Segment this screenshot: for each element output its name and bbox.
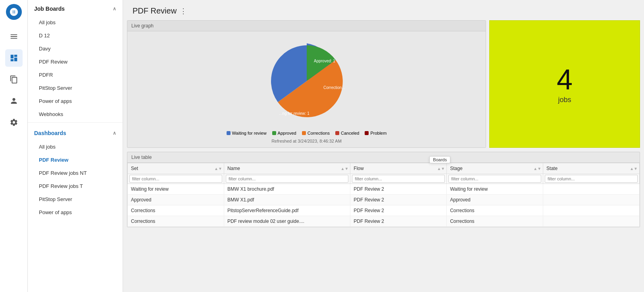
live-table-panel: Live table Set ▲▼ Name ▲▼ Flow	[127, 152, 640, 227]
legend-dot-waiting	[227, 131, 231, 135]
filter-name-cell	[224, 174, 350, 184]
cell-stage: Corrections	[447, 205, 543, 216]
cell-name: BMW X1 brochure.pdf	[224, 184, 350, 195]
legend-dot-corrections	[302, 131, 306, 135]
sidebar-item-d12[interactable]: D 12	[28, 29, 123, 42]
page-title: PDF Review	[133, 6, 177, 15]
cell-stage: Corrections	[447, 216, 543, 227]
cell-stage: Waiting for review	[447, 184, 543, 195]
refresh-timestamp: Refreshed at 3/24/2023, 8:46:32 AM	[271, 139, 342, 143]
col-stage[interactable]: Stage ▲▼	[447, 163, 543, 174]
filter-state-input[interactable]	[545, 175, 638, 183]
cell-stage: Approved	[447, 195, 543, 205]
table-filter-row	[128, 174, 640, 184]
legend-problem: Problem	[365, 131, 386, 135]
sidebar-item-pdf-review-nt[interactable]: PDF Review jobs NT	[28, 166, 123, 180]
legend-dot-canceled	[335, 131, 339, 135]
nav-copy-icon[interactable]	[5, 71, 23, 88]
pie-label-corrections: Correction...	[323, 85, 345, 90]
job-boards-label: Job Boards	[34, 6, 65, 12]
job-boards-section[interactable]: Job Boards ∧	[28, 0, 123, 16]
sort-name-icon: ▲▼	[341, 166, 349, 171]
live-graph-content: Approved: 1 Correction... ...ng for revi…	[127, 31, 486, 147]
sidebar-item-pdf-review-t[interactable]: PDF Review jobs T	[28, 180, 123, 193]
filter-set-cell	[128, 174, 224, 184]
filter-state-cell	[543, 174, 640, 184]
cell-flow: PDF Review 2	[350, 205, 447, 216]
nav-settings-icon[interactable]	[5, 114, 23, 131]
live-table-title: Live table	[127, 152, 640, 163]
cell-set: Approved	[128, 195, 224, 205]
cell-flow: PDF Review 2	[350, 195, 447, 205]
cell-state	[543, 195, 640, 205]
filter-stage-input[interactable]	[448, 175, 541, 183]
sidebar-item-pdf-review-db[interactable]: PDF Review	[28, 153, 123, 166]
sidebar-item-all-jobs-db[interactable]: All jobs	[28, 140, 123, 153]
col-state[interactable]: State ▲▼	[543, 163, 640, 174]
sidebar-item-all-jobs-jb[interactable]: All jobs	[28, 16, 123, 29]
legend-label-approved: Approved	[278, 131, 296, 135]
table-body: Waiting for reviewBMW X1 brochure.pdfPDF…	[128, 184, 640, 227]
sort-flow-icon: ▲▼	[437, 166, 445, 171]
cell-flow: PDF Review 2	[350, 184, 447, 195]
sidebar: Job Boards ∧ All jobs D 12 Davy PDF Revi…	[28, 0, 123, 292]
main-header: PDF Review ⋮	[123, 0, 644, 20]
cell-name: PitstopServerReferenceGuide.pdf	[224, 205, 350, 216]
live-graph-title: Live graph	[127, 21, 486, 31]
sidebar-item-power-of-apps-jb[interactable]: Power of apps	[28, 95, 123, 108]
boards-tooltip: Boards	[429, 156, 450, 163]
job-boards-items: All jobs D 12 Davy PDF Review PDFR PitSt…	[28, 16, 123, 121]
pie-chart-2: Approved: 1 Correction... ...ng for revi…	[255, 35, 358, 127]
cell-flow: PDF Review 2	[350, 216, 447, 227]
legend-label-waiting: Waiting for review	[232, 131, 267, 135]
sort-state-icon: ▲▼	[630, 166, 638, 171]
legend-corrections: Corrections	[302, 131, 330, 135]
legend-label-canceled: Canceled	[341, 131, 359, 135]
col-set[interactable]: Set ▲▼	[128, 163, 224, 174]
dashboard-top-row: Live graph	[123, 20, 644, 148]
legend-dot-problem	[365, 131, 369, 135]
sort-stage-icon: ▲▼	[533, 166, 541, 171]
app-logo[interactable]	[6, 4, 22, 20]
filter-set-input[interactable]	[129, 175, 222, 183]
dashboards-items: All jobs PDF Review PDF Review jobs NT P…	[28, 140, 123, 219]
table-row[interactable]: ApprovedBMW X1.pdfPDF Review 2Approved	[128, 195, 640, 205]
dashboards-label: Dashboards	[34, 130, 66, 136]
nav-dashboard-icon[interactable]	[5, 49, 23, 67]
table-row[interactable]: CorrectionsPitstopServerReferenceGuide.p…	[128, 205, 640, 216]
col-flow[interactable]: Flow ▲▼ Boards	[350, 163, 447, 174]
live-table: Set ▲▼ Name ▲▼ Flow ▲▼ Boards	[127, 163, 640, 227]
sidebar-item-webhooks[interactable]: Webhooks	[28, 108, 123, 121]
main-body: Live graph	[123, 20, 644, 292]
sidebar-item-power-of-apps-db[interactable]: Power of apps	[28, 206, 123, 219]
cell-state	[543, 216, 640, 227]
job-boards-chevron: ∧	[113, 6, 116, 12]
col-name[interactable]: Name ▲▼	[224, 163, 350, 174]
filter-stage-cell	[447, 174, 543, 184]
icon-bar	[0, 0, 28, 292]
sidebar-divider	[28, 122, 123, 123]
legend-label-corrections: Corrections	[308, 131, 330, 135]
sidebar-item-pitstop-server-db[interactable]: PitStop Server	[28, 193, 123, 206]
cell-set: Corrections	[128, 205, 224, 216]
filter-name-input[interactable]	[226, 175, 348, 183]
filter-flow-input[interactable]	[352, 175, 445, 183]
nav-user-icon[interactable]	[5, 92, 23, 110]
sidebar-item-pitstop-server-jb[interactable]: PitStop Server	[28, 81, 123, 95]
legend-label-problem: Problem	[370, 131, 386, 135]
table-row[interactable]: Waiting for reviewBMW X1 brochure.pdfPDF…	[128, 184, 640, 195]
page-menu-icon[interactable]: ⋮	[180, 7, 187, 15]
kpi-number: 4	[557, 64, 573, 95]
sidebar-item-davy[interactable]: Davy	[28, 42, 123, 55]
table-row[interactable]: CorrectionsPDF review module 02 user gui…	[128, 216, 640, 227]
sidebar-item-pdfr[interactable]: PDFR	[28, 68, 123, 81]
dashboards-chevron: ∧	[113, 130, 116, 136]
nav-list-icon[interactable]	[5, 28, 23, 45]
cell-state	[543, 205, 640, 216]
pie-legend: Waiting for review Approved Corrections	[227, 131, 387, 135]
sort-set-icon: ▲▼	[214, 166, 222, 171]
sidebar-item-pdf-review-jb[interactable]: PDF Review	[28, 55, 123, 68]
pie-label-waiting: ...ng for review: 1	[279, 111, 310, 116]
dashboards-section[interactable]: Dashboards ∧	[28, 124, 123, 140]
legend-canceled: Canceled	[335, 131, 359, 135]
